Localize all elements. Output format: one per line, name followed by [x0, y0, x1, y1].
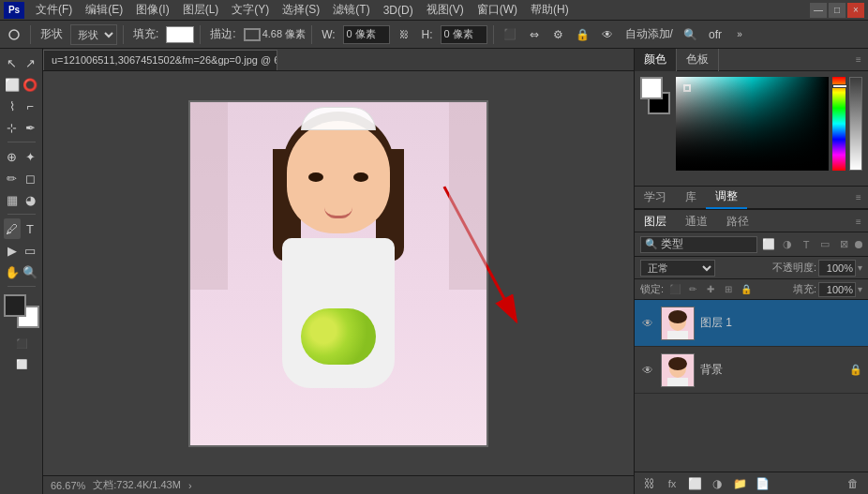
visibility-icon[interactable]: 👁: [597, 24, 618, 45]
add-mask-btn[interactable]: ⬜: [685, 475, 704, 492]
paths-tab[interactable]: 路径: [717, 210, 758, 232]
menu-text[interactable]: 文字(Y): [226, 0, 275, 20]
lock-pixels-icon[interactable]: ⬛: [667, 282, 682, 297]
filter-search[interactable]: 🔍 类型: [640, 236, 757, 253]
blend-mode-select[interactable]: 正常 溶解 叠加: [640, 260, 715, 277]
polygon-lasso-tool[interactable]: ⌐: [22, 96, 38, 116]
ofr-label: ofr: [705, 28, 726, 41]
hand-tool[interactable]: ✋: [4, 262, 21, 282]
color-gradient-field[interactable]: [676, 77, 829, 171]
bg-tree-right: [449, 102, 486, 290]
new-group-btn[interactable]: 📁: [730, 475, 749, 492]
swatches-tab[interactable]: 色板: [677, 49, 719, 71]
screen-mode-tool[interactable]: ⬜: [4, 353, 39, 374]
hue-slider[interactable]: [832, 84, 847, 88]
link-layers-btn[interactable]: ⛓: [640, 475, 659, 492]
lock-brush-icon[interactable]: ✏: [685, 282, 700, 297]
fx-btn[interactable]: fx: [663, 475, 681, 492]
distribute-icon[interactable]: ⇔: [524, 24, 545, 45]
menu-view[interactable]: 视图(V): [421, 0, 470, 20]
menu-help[interactable]: 帮助(H): [525, 0, 575, 20]
menu-select[interactable]: 选择(S): [277, 0, 325, 20]
menu-file[interactable]: 文件(F): [30, 0, 78, 20]
layers-list: 👁 图层 1: [635, 300, 868, 472]
layer-visibility-0[interactable]: 👁: [640, 316, 655, 331]
fg-color-swatch[interactable]: [640, 77, 663, 99]
add-adjustment-btn[interactable]: ◑: [708, 475, 726, 492]
opacity-dropdown-icon[interactable]: ▾: [858, 262, 862, 273]
link-dimensions-icon[interactable]: ⛓: [394, 24, 414, 45]
lock-move-icon[interactable]: ✚: [703, 282, 718, 297]
align-icon[interactable]: ⬛: [500, 24, 520, 45]
expand-toolbar-icon[interactable]: »: [729, 24, 750, 45]
menu-filter[interactable]: 滤镜(T): [327, 0, 375, 20]
fill-input[interactable]: [818, 282, 856, 297]
zoom-tool[interactable]: 🔍: [22, 262, 38, 282]
maximize-button[interactable]: □: [829, 3, 846, 18]
brush-tool[interactable]: ✏: [4, 168, 21, 188]
quick-mask-tool[interactable]: ⬛: [4, 333, 39, 353]
arrow-tool[interactable]: ↖: [4, 52, 21, 73]
canvas-tab-main[interactable]: u=121006511,3067451502&fm=26&gp=0.jpg @ …: [43, 50, 277, 70]
height-input[interactable]: [441, 25, 487, 44]
new-layer-btn[interactable]: 📄: [753, 475, 771, 492]
eyedropper-tool[interactable]: ✒: [22, 117, 38, 138]
menu-layer[interactable]: 图层(L): [177, 0, 225, 20]
direct-select-tool[interactable]: ↗: [22, 52, 38, 73]
fill-color-swatch[interactable]: [166, 26, 194, 43]
fill-dropdown-icon[interactable]: ▾: [858, 284, 862, 294]
filter-adjust-icon[interactable]: ◑: [780, 237, 795, 252]
minimize-button[interactable]: —: [810, 3, 827, 18]
close-button[interactable]: ×: [847, 3, 864, 18]
opacity-bar[interactable]: [849, 77, 862, 171]
menu-window[interactable]: 窗口(W): [471, 0, 523, 20]
canvas-viewport[interactable]: [43, 71, 634, 475]
layer-item-0[interactable]: 👁 图层 1: [635, 300, 868, 347]
content-area: u=121006511,3067451502&fm=26&gp=0.jpg @ …: [43, 49, 868, 494]
layer-item-1[interactable]: 👁 背景 🔒: [635, 347, 868, 394]
healing-brush-tool[interactable]: ⊕: [4, 146, 21, 167]
color-panel-menu-btn[interactable]: ≡: [849, 49, 868, 71]
menu-edit[interactable]: 编辑(E): [80, 0, 128, 20]
eraser-tool[interactable]: ◻: [22, 168, 38, 188]
layers-panel-menu-btn[interactable]: ≡: [849, 210, 868, 232]
layer-visibility-1[interactable]: 👁: [640, 363, 655, 378]
library-tab[interactable]: 库: [676, 187, 706, 209]
color-hue-bar[interactable]: [832, 77, 846, 171]
channels-tab[interactable]: 通道: [676, 210, 717, 232]
filter-pixel-icon[interactable]: ⬜: [761, 237, 776, 252]
lock-guide-icon[interactable]: 🔒: [573, 24, 593, 45]
rect-marquee-tool[interactable]: ⬜: [4, 74, 21, 95]
filter-shape-icon[interactable]: ▭: [817, 237, 832, 252]
delete-layer-btn[interactable]: 🗑: [844, 475, 862, 492]
ellipse-marquee-tool[interactable]: ⭕: [22, 74, 38, 95]
filter-smart-icon[interactable]: ⊠: [836, 237, 851, 252]
pen-tool[interactable]: 🖊: [4, 218, 21, 239]
foreground-color-box[interactable]: [4, 294, 26, 317]
filter-text-icon[interactable]: T: [799, 237, 814, 252]
width-input[interactable]: [343, 25, 390, 44]
dodge-tool[interactable]: ◕: [22, 189, 38, 210]
tool-icon[interactable]: [4, 24, 24, 45]
search-toolbar-icon[interactable]: 🔍: [681, 24, 701, 45]
path-select-tool[interactable]: ▶: [4, 240, 21, 261]
shape-tool[interactable]: ▭: [22, 240, 38, 261]
shape-select[interactable]: 形状 路径 像素: [70, 24, 117, 45]
crop-tool[interactable]: ⊹: [4, 117, 21, 138]
menu-3d[interactable]: 3D(D): [378, 2, 419, 19]
opacity-input[interactable]: [818, 260, 856, 277]
adjust-panel-menu-btn[interactable]: ≡: [849, 187, 868, 209]
menu-image[interactable]: 图像(I): [130, 0, 174, 20]
learn-tab[interactable]: 学习: [635, 187, 676, 209]
text-tool[interactable]: T: [22, 218, 38, 239]
gradient-tool[interactable]: ▦: [4, 189, 21, 210]
color-tab[interactable]: 颜色: [635, 49, 677, 71]
lock-all-icon[interactable]: 🔒: [739, 282, 754, 297]
stroke-swatch[interactable]: 4.68 像素: [244, 27, 306, 41]
lasso-tool[interactable]: ⌇: [4, 96, 21, 116]
lock-artboard-icon[interactable]: ⊞: [721, 282, 736, 297]
adjust-tab[interactable]: 调整: [706, 187, 747, 209]
stamp-tool[interactable]: ✦: [22, 146, 38, 167]
settings-icon[interactable]: ⚙: [548, 24, 569, 45]
layers-tab[interactable]: 图层: [635, 210, 676, 232]
